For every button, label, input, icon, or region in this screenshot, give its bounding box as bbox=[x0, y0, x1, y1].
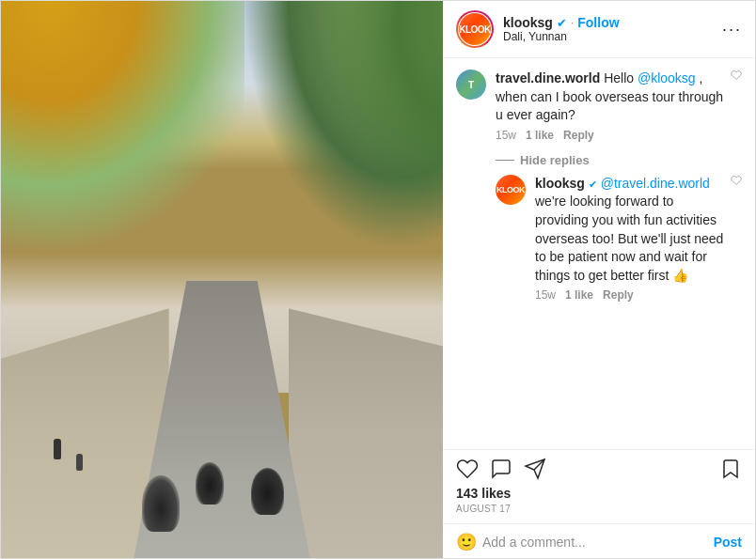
sidewalk-right bbox=[289, 308, 444, 559]
comment-likes: 1 like bbox=[526, 129, 554, 142]
klook-reply-avatar: KLOOK bbox=[496, 175, 526, 205]
hide-replies-toggle[interactable]: Hide replies bbox=[496, 153, 742, 167]
comments-area: T travel.dine.world Hello @klooksg , whe… bbox=[443, 58, 755, 449]
dot-separator: · bbox=[571, 16, 574, 29]
verified-icon: ✔ bbox=[557, 16, 567, 30]
comment-button[interactable] bbox=[490, 458, 512, 480]
comment-body: travel.dine.world Hello @klooksg , when … bbox=[496, 70, 731, 142]
klook-avatar-text: KLOOK bbox=[496, 185, 525, 194]
post-comment-button[interactable]: Post bbox=[714, 535, 742, 550]
add-comment-bar: 🙂 Post bbox=[443, 523, 755, 559]
post-actions: 143 likes August 17 bbox=[443, 449, 755, 523]
post-header: KLOOK klooksg ✔ · Follow Dali, Yunnan ··… bbox=[443, 1, 755, 58]
header-top-row: klooksg ✔ · Follow bbox=[503, 15, 722, 30]
nested-comment-text: klooksg ✔ @travel.dine.world we're looki… bbox=[535, 175, 731, 286]
commenter-username[interactable]: travel.dine.world bbox=[496, 70, 600, 85]
nested-comment-meta: 15w 1 like Reply bbox=[535, 288, 731, 302]
comment-input[interactable] bbox=[482, 535, 714, 550]
post-image bbox=[1, 1, 443, 559]
comment-mention[interactable]: @klooksg bbox=[638, 70, 696, 85]
post-date: August 17 bbox=[456, 504, 742, 514]
header-user-info: klooksg ✔ · Follow Dali, Yunnan bbox=[503, 15, 722, 43]
nested-heart-button[interactable] bbox=[731, 175, 742, 189]
header-username[interactable]: klooksg bbox=[503, 15, 553, 30]
more-options-button[interactable]: ··· bbox=[722, 21, 742, 38]
person-figure bbox=[54, 439, 61, 459]
motorcycle-figure bbox=[142, 475, 180, 532]
comment-reply-button[interactable]: Reply bbox=[563, 129, 594, 142]
comment-content: Hello bbox=[604, 70, 638, 85]
comment-text: travel.dine.world Hello @klooksg , when … bbox=[496, 70, 731, 125]
avatar-ring: KLOOK bbox=[456, 10, 494, 48]
nested-verified-icon: ✔ bbox=[589, 179, 597, 190]
comment-heart-button[interactable] bbox=[731, 70, 742, 84]
header-avatar-container: KLOOK bbox=[456, 10, 494, 48]
hide-replies-line bbox=[496, 160, 514, 161]
hide-replies-text: Hide replies bbox=[520, 153, 590, 167]
nested-comment-content: we're looking forward to providing you w… bbox=[535, 194, 723, 282]
share-button[interactable] bbox=[524, 458, 546, 480]
like-button[interactable] bbox=[456, 458, 479, 480]
action-buttons-row bbox=[456, 458, 742, 480]
emoji-button[interactable]: 🙂 bbox=[456, 532, 477, 552]
post-location: Dali, Yunnan bbox=[503, 30, 722, 43]
motorcycle-figure bbox=[251, 468, 284, 515]
nested-comment-likes: 1 like bbox=[565, 288, 593, 302]
follow-button[interactable]: Follow bbox=[577, 15, 619, 30]
nested-comment-body: klooksg ✔ @travel.dine.world we're looki… bbox=[535, 175, 731, 303]
post-content-panel: KLOOK klooksg ✔ · Follow Dali, Yunnan ··… bbox=[443, 1, 755, 559]
likes-count: 143 likes bbox=[456, 486, 742, 501]
instagram-post: KLOOK klooksg ✔ · Follow Dali, Yunnan ··… bbox=[0, 0, 756, 559]
commenter-avatar-image: T bbox=[456, 70, 486, 100]
motorcycle-figure bbox=[196, 462, 224, 505]
nested-comment-item: KLOOK klooksg ✔ @travel.dine.world we're… bbox=[496, 175, 742, 303]
bookmark-button[interactable] bbox=[719, 458, 742, 480]
nested-commenter-username[interactable]: klooksg bbox=[535, 176, 585, 191]
comment-item: T travel.dine.world Hello @klooksg , whe… bbox=[456, 70, 742, 142]
comment-meta: 15w 1 like Reply bbox=[496, 129, 731, 142]
avatar: KLOOK bbox=[459, 13, 491, 45]
nested-mention[interactable]: @travel.dine.world bbox=[601, 176, 710, 191]
commenter-avatar: T bbox=[456, 70, 486, 100]
person-figure bbox=[76, 454, 83, 471]
nested-comment-time: 15w bbox=[535, 288, 556, 302]
nested-reply-button[interactable]: Reply bbox=[603, 288, 634, 302]
comment-time: 15w bbox=[496, 129, 516, 142]
